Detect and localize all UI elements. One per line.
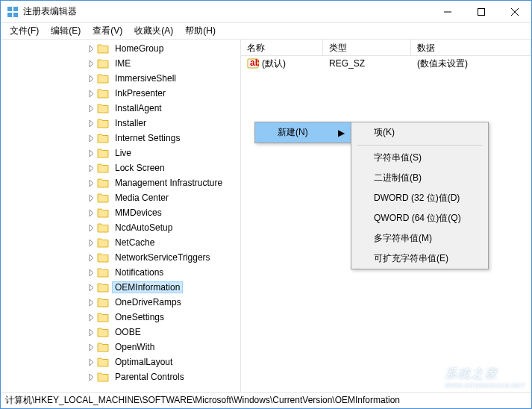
expand-icon[interactable]: [87, 104, 96, 113]
ctx-new-dword[interactable]: DWORD (32 位)值(D): [351, 188, 488, 208]
context-menu: 新建(N) ▶ 项(K) 字符串值(S) 二进制值(B) DWORD (32 位…: [254, 122, 351, 143]
expand-icon[interactable]: [87, 45, 96, 53]
svg-rect-2: [7, 13, 12, 17]
tree-item[interactable]: NetworkServiceTriggers: [1, 250, 240, 265]
expand-icon[interactable]: [87, 284, 96, 292]
tree-item[interactable]: InkPresenter: [1, 86, 240, 101]
status-path: 计算机\HKEY_LOCAL_MACHINE\SOFTWARE\Microsof…: [5, 394, 400, 407]
tree-item-label: ImmersiveShell: [112, 72, 179, 84]
ctx-new-multistring[interactable]: 多字符串值(M): [351, 228, 488, 249]
tree-item[interactable]: MMDevices: [1, 205, 240, 220]
menu-edit[interactable]: 编辑(E): [45, 23, 87, 39]
expand-icon[interactable]: [87, 239, 96, 247]
ctx-new-string[interactable]: 字符串值(S): [351, 148, 488, 168]
menubar: 文件(F) 编辑(E) 查看(V) 收藏夹(A) 帮助(H): [1, 23, 531, 40]
folder-icon: [97, 327, 109, 337]
tree-pane[interactable]: HomeGroupIMEImmersiveShellInkPresenterIn…: [1, 40, 241, 392]
tree-item[interactable]: OptimalLayout: [1, 355, 240, 369]
tree-item[interactable]: Installer: [1, 116, 240, 131]
column-type[interactable]: 类型: [323, 40, 411, 55]
expand-icon[interactable]: [87, 194, 96, 202]
folder-icon: [97, 88, 109, 99]
folder-icon: [97, 58, 109, 69]
expand-icon[interactable]: [87, 119, 96, 128]
ctx-new-qword[interactable]: QWORD (64 位)值(Q): [351, 208, 488, 228]
expand-icon[interactable]: [87, 224, 96, 232]
context-submenu: 项(K) 字符串值(S) 二进制值(B) DWORD (32 位)值(D) QW…: [351, 122, 489, 269]
tree-item-label: OEMInformation: [112, 281, 183, 293]
close-button[interactable]: [498, 1, 531, 22]
expand-icon[interactable]: [87, 149, 96, 157]
tree-item-label: Notifications: [112, 266, 166, 278]
tree-item[interactable]: NcdAutoSetup: [1, 220, 240, 235]
list-row[interactable]: ab (默认) REG_SZ (数值未设置): [241, 56, 531, 71]
minimize-button[interactable]: [431, 1, 464, 22]
tree-item[interactable]: Lock Screen: [1, 160, 240, 175]
tree-item-label: OptimalLayout: [112, 356, 175, 368]
folder-icon: [97, 118, 109, 128]
tree-item[interactable]: OneSettings: [1, 310, 240, 325]
expand-icon[interactable]: [87, 358, 96, 366]
menu-file[interactable]: 文件(F): [4, 23, 45, 39]
svg-rect-3: [13, 13, 18, 17]
tree-item[interactable]: OOBE: [1, 325, 240, 340]
tree-item-label: NetCache: [112, 237, 157, 249]
expand-icon[interactable]: [87, 343, 96, 352]
expand-icon[interactable]: [87, 90, 96, 98]
tree-item[interactable]: OEMInformation: [1, 280, 240, 295]
expand-icon[interactable]: [87, 269, 96, 277]
tree-item-label: Lock Screen: [112, 162, 168, 174]
svg-rect-1: [13, 7, 18, 11]
tree-item[interactable]: Notifications: [1, 265, 240, 280]
ctx-new-expandstring[interactable]: 可扩充字符串值(E): [351, 249, 488, 269]
tree-item[interactable]: Parental Controls: [1, 369, 240, 384]
registry-tree: HomeGroupIMEImmersiveShellInkPresenterIn…: [1, 40, 240, 386]
expand-icon[interactable]: [87, 209, 96, 217]
window-controls: [431, 1, 531, 22]
tree-item[interactable]: OneDriveRamps: [1, 295, 240, 310]
folder-icon: [97, 342, 109, 352]
expand-icon[interactable]: [87, 75, 96, 83]
expand-icon[interactable]: [87, 254, 96, 262]
folder-icon: [97, 103, 109, 113]
maximize-icon: [478, 8, 485, 16]
expand-icon[interactable]: [87, 179, 96, 187]
tree-item-label: Media Center: [112, 192, 172, 204]
maximize-button[interactable]: [464, 1, 498, 22]
folder-icon: [97, 43, 109, 54]
tree-item-label: Internet Settings: [112, 132, 183, 144]
ctx-new[interactable]: 新建(N) ▶ 项(K) 字符串值(S) 二进制值(B) DWORD (32 位…: [255, 122, 351, 143]
expand-icon[interactable]: [87, 313, 96, 322]
column-data[interactable]: 数据: [411, 40, 531, 55]
column-name[interactable]: 名称: [241, 40, 323, 55]
ctx-new-binary[interactable]: 二进制值(B): [351, 168, 488, 188]
tree-item[interactable]: OpenWith: [1, 340, 240, 355]
tree-item[interactable]: Media Center: [1, 190, 240, 205]
ctx-new-key[interactable]: 项(K): [351, 122, 488, 143]
folder-icon: [97, 222, 109, 233]
expand-icon[interactable]: [87, 134, 96, 143]
folder-icon: [97, 193, 109, 203]
expand-icon[interactable]: [87, 373, 96, 381]
expand-icon[interactable]: [87, 328, 96, 337]
menu-help[interactable]: 帮助(H): [179, 23, 222, 39]
tree-item[interactable]: Live: [1, 146, 240, 160]
folder-icon: [97, 237, 109, 248]
tree-item[interactable]: IME: [1, 56, 240, 71]
svg-text:ab: ab: [250, 57, 259, 68]
content-area: HomeGroupIMEImmersiveShellInkPresenterIn…: [1, 40, 531, 392]
expand-icon[interactable]: [87, 164, 96, 172]
tree-item[interactable]: HomeGroup: [1, 41, 240, 56]
tree-item[interactable]: Management Infrastructure: [1, 175, 240, 190]
menu-view[interactable]: 查看(V): [87, 23, 128, 39]
expand-icon[interactable]: [87, 60, 96, 68]
tree-item[interactable]: ImmersiveShell: [1, 71, 240, 86]
tree-item[interactable]: Internet Settings: [1, 131, 240, 146]
expand-icon[interactable]: [87, 299, 96, 307]
tree-item[interactable]: NetCache: [1, 235, 240, 250]
app-icon: [7, 6, 19, 18]
list-pane[interactable]: 名称 类型 数据 ab (默认) REG_SZ (数值未设置) 新建(N): [241, 40, 531, 392]
menu-favorites[interactable]: 收藏夹(A): [128, 23, 179, 39]
tree-item-label: Management Infrastructure: [112, 177, 225, 189]
tree-item[interactable]: InstallAgent: [1, 101, 240, 116]
